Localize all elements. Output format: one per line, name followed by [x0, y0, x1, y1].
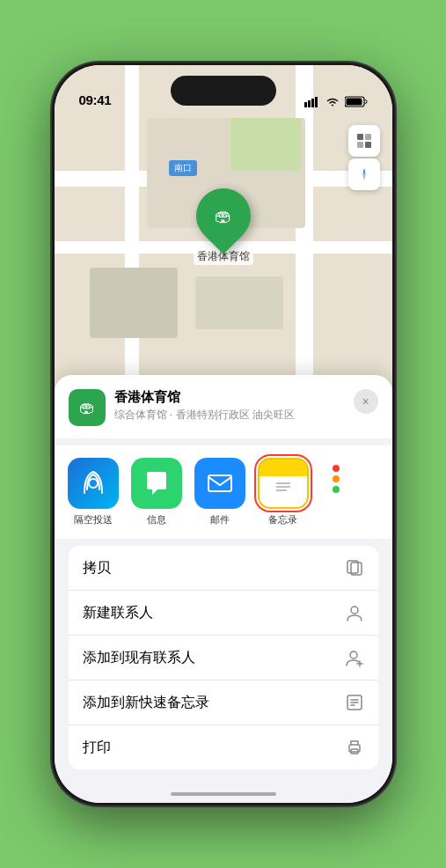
add-existing-icon	[345, 648, 364, 667]
close-button[interactable]: ×	[354, 389, 378, 414]
svg-rect-7	[365, 134, 371, 140]
print-label: 打印	[83, 739, 111, 757]
mail-app-item[interactable]: 邮件	[192, 458, 248, 526]
svg-rect-0	[304, 102, 307, 107]
notes-label: 备忘录	[268, 513, 297, 526]
share-apps-row: 隔空投送 信息	[65, 458, 382, 526]
messages-icon	[131, 458, 182, 509]
map-green-area	[230, 118, 301, 171]
new-contact-icon	[345, 603, 364, 622]
svg-rect-1	[308, 100, 311, 107]
venue-icon: 🏟	[69, 389, 106, 426]
svg-rect-8	[357, 142, 363, 148]
dynamic-island	[171, 76, 276, 106]
wifi-icon	[325, 97, 340, 107]
phone-screen: 09:41	[55, 65, 392, 803]
battery-icon	[345, 96, 368, 107]
add-existing-label: 添加到现有联系人	[83, 649, 195, 667]
airdrop-icon	[68, 458, 119, 509]
close-icon: ×	[362, 394, 369, 408]
location-header: 🏟 香港体育馆 综合体育馆 · 香港特别行政区 油尖旺区 ×	[55, 375, 392, 438]
action-list: 拷贝 新建联系人	[69, 546, 378, 769]
status-time: 09:41	[79, 92, 112, 107]
status-icons	[304, 96, 368, 107]
svg-rect-12	[208, 475, 231, 491]
copy-icon	[345, 558, 364, 577]
dot-red	[333, 465, 340, 472]
venue-info: 香港体育馆 综合体育馆 · 香港特别行政区 油尖旺区	[114, 389, 345, 423]
signal-icon	[304, 97, 320, 107]
copy-label: 拷贝	[83, 559, 111, 577]
svg-rect-2	[311, 99, 314, 107]
new-contact-label: 新建联系人	[83, 604, 153, 622]
print-icon	[345, 738, 364, 757]
location-pin: 🏟 香港体育馆	[194, 188, 253, 265]
svg-rect-5	[346, 99, 362, 106]
svg-point-19	[351, 607, 358, 614]
mail-svg	[207, 474, 233, 493]
map-label: 南口	[169, 160, 197, 176]
svg-rect-13	[271, 478, 296, 497]
notes-icon	[258, 458, 309, 509]
venue-name: 香港体育馆	[114, 389, 345, 406]
phone-frame: 09:41	[52, 63, 395, 805]
messages-label: 信息	[147, 513, 166, 526]
svg-point-20	[350, 651, 357, 658]
messages-svg	[143, 470, 170, 497]
dot-green	[333, 486, 340, 493]
new-contact-action[interactable]: 新建联系人	[69, 591, 378, 636]
compass-icon	[356, 166, 372, 182]
svg-rect-3	[315, 97, 318, 107]
notes-app-item[interactable]: 备忘录	[255, 458, 311, 526]
map-type-icon	[356, 133, 372, 149]
location-button[interactable]	[348, 158, 380, 190]
pin-icon: 🏟	[215, 206, 232, 226]
svg-rect-9	[365, 142, 371, 148]
bottom-sheet: 🏟 香港体育馆 综合体育馆 · 香港特别行政区 油尖旺区 ×	[55, 375, 392, 803]
add-existing-action[interactable]: 添加到现有联系人	[69, 636, 378, 680]
map-controls	[348, 125, 380, 190]
home-indicator	[171, 792, 276, 796]
print-action[interactable]: 打印	[69, 725, 378, 769]
notes-svg	[269, 467, 297, 499]
airdrop-label: 隔空投送	[74, 513, 113, 526]
add-note-icon	[345, 693, 364, 712]
venue-description: 综合体育馆 · 香港特别行政区 油尖旺区	[114, 408, 345, 423]
pin-circle: 🏟	[185, 177, 262, 254]
share-apps-container: 隔空投送 信息	[55, 445, 392, 539]
dot-orange	[333, 475, 340, 482]
map-type-button[interactable]	[348, 125, 380, 157]
airdrop-app-item[interactable]: 隔空投送	[65, 458, 121, 526]
map-block-2	[90, 268, 178, 338]
more-apps-indicator[interactable]	[318, 465, 354, 493]
copy-action[interactable]: 拷贝	[69, 546, 378, 591]
map-block-3	[195, 276, 283, 329]
svg-rect-6	[357, 134, 363, 140]
more-dots	[333, 465, 340, 493]
messages-app-item[interactable]: 信息	[128, 458, 185, 526]
airdrop-svg	[80, 470, 106, 497]
add-note-label: 添加到新快速备忘录	[83, 694, 209, 712]
add-note-action[interactable]: 添加到新快速备忘录	[69, 680, 378, 725]
svg-point-11	[89, 479, 98, 488]
mail-label: 邮件	[210, 513, 230, 526]
mail-icon	[194, 458, 245, 509]
